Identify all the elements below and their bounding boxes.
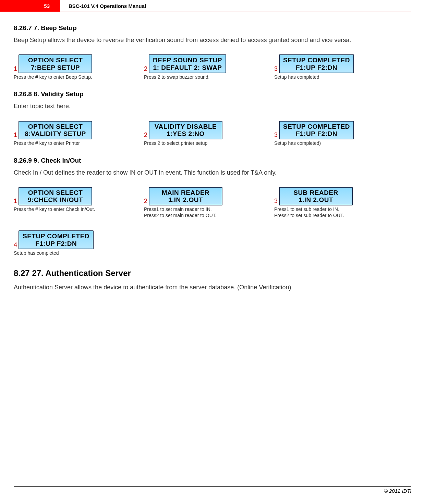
heading-validity-setup: 8.26.8 8. Validity Setup [14,90,411,98]
step-number: 2 [144,66,147,73]
body-beep-setup: Beep Setup allows the device to reverse … [14,36,411,44]
screen-step: 3 SETUP COMPLETED F1:UP F2:DN Setup has … [274,54,384,80]
lcd-screen: MAIN READER 1.IN 2.OUT [149,187,222,206]
step-number: 4 [14,242,17,249]
step-caption: Press 2 to swap buzzer sound. [144,74,254,80]
body-auth-server: Authentication Server allows the device … [14,283,411,291]
step-caption: Press 2 to select printer setup [144,140,254,147]
lcd-line-1: SETUP COMPLETED [23,232,89,240]
lcd-line-1: SETUP COMPLETED [283,56,350,64]
page-footer: © 2012 IDTi [0,486,425,494]
document-title: BSC-101 V.4 Operations Manual [69,0,146,12]
heading-check-inout: 8.26.9 9. Check In/Out [14,157,411,164]
body-check-inout: Check In / Out defines the reader to sho… [14,168,411,177]
lcd-screen: OPTION SELECT 9:CHECK IN/OUT [19,187,92,206]
screen-step: 4 SETUP COMPLETED F1:UP F2:DN Setup has … [14,230,123,256]
lcd-line-1: SUB READER [283,189,349,196]
lcd-line-2: 8:VALIDITY SETUP [23,130,88,137]
step-caption: Setup has completed [14,250,123,256]
lcd-screen: BEEP SOUND SETUP 1: DEFAULT 2: SWAP [149,54,226,73]
lcd-line-1: BEEP SOUND SETUP [153,56,222,64]
step-number: 1 [14,198,17,205]
lcd-line-2: 7:BEEP SETUP [23,64,88,71]
screen-step: 2 VALIDITY DISABLE 1:YES 2:NO Press 2 to… [144,121,254,147]
heading-auth-server: 8.27 27. Authentication Server [14,268,411,278]
page-number-block: 53 [0,0,60,12]
step-caption: Press the # key to enter Beep Setup. [14,74,123,80]
screen-step: 1 OPTION SELECT 7:BEEP SETUP Press the #… [14,54,123,80]
screen-step: 3 SUB READER 1.IN 2.OUT Press1 to set su… [274,187,384,219]
step-number: 1 [14,66,17,73]
step-caption: Press the # key to enter Check In/Out. [14,206,123,213]
copyright-text: © 2012 IDTi [0,487,425,494]
lcd-screen: VALIDITY DISABLE 1:YES 2:NO [149,121,222,140]
heading-beep-setup: 8.26.7 7. Beep Setup [14,24,411,32]
lcd-line-1: OPTION SELECT [23,56,88,64]
lcd-line-2: 1.IN 2.OUT [153,196,218,203]
step-number: 2 [144,198,147,205]
page-header: 53 BSC-101 V.4 Operations Manual [0,0,425,12]
step-caption: Press1 to set main reader to IN. Press2 … [144,206,254,218]
lcd-line-1: VALIDITY DISABLE [153,123,218,130]
screens-beep: 1 OPTION SELECT 7:BEEP SETUP Press the #… [14,54,411,80]
lcd-line-2: 1.IN 2.OUT [283,196,349,203]
lcd-line-1: SETUP COMPLETED [283,123,350,130]
lcd-line-2: F1:UP F2:DN [23,240,89,247]
lcd-line-1: OPTION SELECT [23,123,88,130]
screens-validity: 1 OPTION SELECT 8:VALIDITY SETUP Press t… [14,121,411,147]
step-caption: Setup has completed) [274,140,384,147]
lcd-screen: SUB READER 1.IN 2.OUT [279,187,353,206]
lcd-line-1: OPTION SELECT [23,189,88,196]
step-caption: Press the # key to enter Printer [14,140,123,147]
step-caption: Press1 to set sub reader to IN. Press2 t… [274,206,384,218]
lcd-line-2: 9:CHECK IN/OUT [23,196,88,203]
step-number: 3 [274,198,278,205]
page-number: 53 [44,3,50,9]
screen-step: 2 BEEP SOUND SETUP 1: DEFAULT 2: SWAP Pr… [144,54,254,80]
screen-step: 2 MAIN READER 1.IN 2.OUT Press1 to set m… [144,187,254,219]
lcd-line-2: F1:UP F2:DN [283,130,350,137]
body-validity-setup: Enter topic text here. [14,102,411,110]
lcd-screen: SETUP COMPLETED F1:UP F2:DN [19,230,94,249]
screens-check: 1 OPTION SELECT 9:CHECK IN/OUT Press the… [14,187,411,256]
step-caption: Setup has completed [274,74,384,80]
screen-step: 3 SETUP COMPLETED F1:UP F2:DN Setup has … [274,121,384,147]
screen-step: 1 OPTION SELECT 8:VALIDITY SETUP Press t… [14,121,123,147]
lcd-line-2: 1:YES 2:NO [153,130,218,137]
step-number: 3 [274,66,278,73]
step-number: 2 [144,132,147,139]
lcd-screen: SETUP COMPLETED F1:UP F2:DN [279,121,354,140]
lcd-screen: SETUP COMPLETED F1:UP F2:DN [279,54,354,73]
step-number: 1 [14,132,17,139]
screen-step: 1 OPTION SELECT 9:CHECK IN/OUT Press the… [14,187,123,219]
lcd-screen: OPTION SELECT 7:BEEP SETUP [19,54,92,73]
lcd-screen: OPTION SELECT 8:VALIDITY SETUP [19,121,92,140]
lcd-line-1: MAIN READER [153,189,218,196]
lcd-line-2: F1:UP F2:DN [283,64,350,71]
lcd-line-2: 1: DEFAULT 2: SWAP [153,64,222,71]
step-number: 3 [274,132,278,139]
